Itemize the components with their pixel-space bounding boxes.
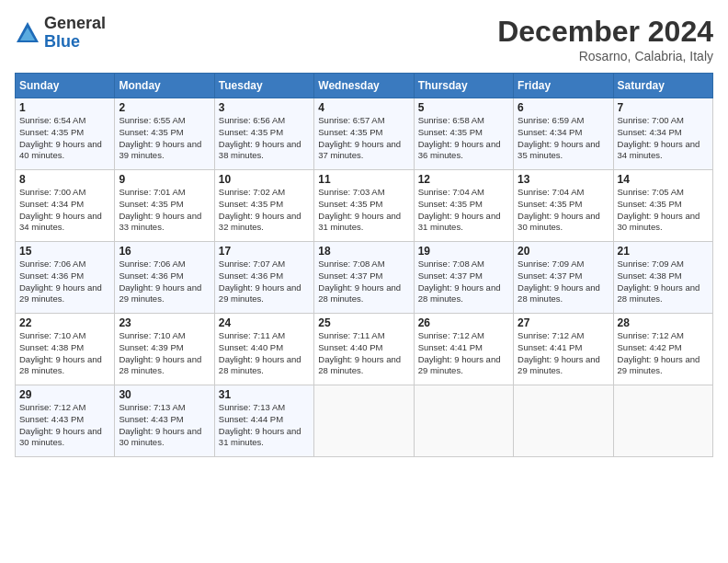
day-info: Sunrise: 7:00 AM Sunset: 4:34 PM Dayligh… [618,115,709,162]
day-info: Sunrise: 7:05 AM Sunset: 4:35 PM Dayligh… [618,187,709,234]
day-number: 9 [119,173,210,186]
day-number: 20 [518,245,609,258]
day-number: 3 [219,101,310,114]
logo-general-text: General [44,15,106,33]
logo-icon [15,20,40,46]
day-number: 7 [618,101,709,114]
day-number: 12 [418,173,509,186]
day-info: Sunrise: 7:00 AM Sunset: 4:34 PM Dayligh… [19,187,110,234]
day-cell: 9 Sunrise: 7:01 AM Sunset: 4:35 PM Dayli… [115,170,214,242]
day-number: 4 [318,101,409,114]
title-section: December 2024 Rosarno, Calabria, Italy [497,15,713,63]
day-cell [314,385,414,457]
day-info: Sunrise: 7:12 AM Sunset: 4:41 PM Dayligh… [518,330,609,377]
day-cell: 5 Sunrise: 6:58 AM Sunset: 4:35 PM Dayli… [414,98,513,170]
day-cell: 20 Sunrise: 7:09 AM Sunset: 4:37 PM Dayl… [514,242,613,314]
day-info: Sunrise: 7:06 AM Sunset: 4:36 PM Dayligh… [19,259,110,305]
logo-blue-text: Blue [44,33,106,52]
day-number: 17 [219,245,310,258]
day-info: Sunrise: 7:12 AM Sunset: 4:43 PM Dayligh… [19,402,110,449]
day-info: Sunrise: 6:57 AM Sunset: 4:35 PM Dayligh… [318,115,409,162]
day-info: Sunrise: 7:13 AM Sunset: 4:43 PM Dayligh… [119,402,210,449]
day-cell: 1 Sunrise: 6:54 AM Sunset: 4:35 PM Dayli… [16,98,115,170]
day-cell: 8 Sunrise: 7:00 AM Sunset: 4:34 PM Dayli… [16,170,115,242]
day-info: Sunrise: 7:13 AM Sunset: 4:44 PM Dayligh… [219,402,310,449]
day-number: 22 [19,316,110,329]
day-cell: 17 Sunrise: 7:07 AM Sunset: 4:36 PM Dayl… [214,242,313,314]
logo: General Blue [15,15,106,52]
weekday-thursday: Thursday [414,74,513,98]
day-info: Sunrise: 6:58 AM Sunset: 4:35 PM Dayligh… [418,115,509,162]
day-info: Sunrise: 7:09 AM Sunset: 4:37 PM Dayligh… [518,259,609,305]
weekday-saturday: Saturday [613,74,712,98]
day-info: Sunrise: 7:12 AM Sunset: 4:41 PM Dayligh… [418,330,509,377]
day-cell: 22 Sunrise: 7:10 AM Sunset: 4:38 PM Dayl… [16,314,115,385]
day-info: Sunrise: 7:06 AM Sunset: 4:36 PM Dayligh… [119,259,210,305]
month-title: December 2024 [497,15,713,49]
week-row-4: 22 Sunrise: 7:10 AM Sunset: 4:38 PM Dayl… [16,314,713,385]
day-number: 10 [219,173,310,186]
week-row-1: 1 Sunrise: 6:54 AM Sunset: 4:35 PM Dayli… [16,98,713,170]
day-info: Sunrise: 7:10 AM Sunset: 4:38 PM Dayligh… [19,330,110,377]
day-number: 19 [418,245,509,258]
day-number: 27 [518,316,609,329]
day-cell [514,385,613,457]
day-info: Sunrise: 7:04 AM Sunset: 4:35 PM Dayligh… [418,187,509,234]
day-number: 26 [418,316,509,329]
day-cell: 7 Sunrise: 7:00 AM Sunset: 4:34 PM Dayli… [613,98,712,170]
weekday-friday: Friday [514,74,613,98]
week-row-2: 8 Sunrise: 7:00 AM Sunset: 4:34 PM Dayli… [16,170,713,242]
day-cell: 12 Sunrise: 7:04 AM Sunset: 4:35 PM Dayl… [414,170,513,242]
day-number: 30 [119,388,210,401]
day-cell: 25 Sunrise: 7:11 AM Sunset: 4:40 PM Dayl… [314,314,414,385]
day-info: Sunrise: 7:10 AM Sunset: 4:39 PM Dayligh… [119,330,210,377]
day-cell: 27 Sunrise: 7:12 AM Sunset: 4:41 PM Dayl… [514,314,613,385]
day-number: 25 [318,316,409,329]
day-cell: 28 Sunrise: 7:12 AM Sunset: 4:42 PM Dayl… [613,314,712,385]
day-number: 15 [19,245,110,258]
day-cell: 24 Sunrise: 7:11 AM Sunset: 4:40 PM Dayl… [214,314,313,385]
day-cell: 21 Sunrise: 7:09 AM Sunset: 4:38 PM Dayl… [613,242,712,314]
day-info: Sunrise: 7:01 AM Sunset: 4:35 PM Dayligh… [119,187,210,234]
day-cell: 30 Sunrise: 7:13 AM Sunset: 4:43 PM Dayl… [115,385,214,457]
day-cell: 4 Sunrise: 6:57 AM Sunset: 4:35 PM Dayli… [314,98,414,170]
day-number: 1 [19,101,110,114]
day-cell [613,385,712,457]
day-info: Sunrise: 7:04 AM Sunset: 4:35 PM Dayligh… [518,187,609,234]
day-number: 5 [418,101,509,114]
day-number: 18 [318,245,409,258]
day-cell: 31 Sunrise: 7:13 AM Sunset: 4:44 PM Dayl… [214,385,313,457]
day-cell: 15 Sunrise: 7:06 AM Sunset: 4:36 PM Dayl… [16,242,115,314]
day-info: Sunrise: 7:08 AM Sunset: 4:37 PM Dayligh… [318,259,409,305]
day-cell: 16 Sunrise: 7:06 AM Sunset: 4:36 PM Dayl… [115,242,214,314]
day-info: Sunrise: 7:02 AM Sunset: 4:35 PM Dayligh… [219,187,310,234]
day-number: 11 [318,173,409,186]
calendar-table: SundayMondayTuesdayWednesdayThursdayFrid… [15,73,713,457]
day-info: Sunrise: 6:59 AM Sunset: 4:34 PM Dayligh… [518,115,609,162]
day-cell: 3 Sunrise: 6:56 AM Sunset: 4:35 PM Dayli… [214,98,313,170]
location: Rosarno, Calabria, Italy [497,49,713,63]
day-cell: 13 Sunrise: 7:04 AM Sunset: 4:35 PM Dayl… [514,170,613,242]
weekday-header-row: SundayMondayTuesdayWednesdayThursdayFrid… [16,74,713,98]
day-cell: 10 Sunrise: 7:02 AM Sunset: 4:35 PM Dayl… [214,170,313,242]
day-number: 31 [219,388,310,401]
day-info: Sunrise: 7:07 AM Sunset: 4:36 PM Dayligh… [219,259,310,305]
day-number: 13 [518,173,609,186]
day-number: 14 [618,173,709,186]
day-info: Sunrise: 6:56 AM Sunset: 4:35 PM Dayligh… [219,115,310,162]
weekday-sunday: Sunday [16,74,115,98]
logo-text: General Blue [44,15,106,52]
day-info: Sunrise: 7:12 AM Sunset: 4:42 PM Dayligh… [618,330,709,377]
day-cell: 19 Sunrise: 7:08 AM Sunset: 4:37 PM Dayl… [414,242,513,314]
day-info: Sunrise: 7:08 AM Sunset: 4:37 PM Dayligh… [418,259,509,305]
day-number: 21 [618,245,709,258]
day-info: Sunrise: 7:11 AM Sunset: 4:40 PM Dayligh… [318,330,409,377]
day-cell: 23 Sunrise: 7:10 AM Sunset: 4:39 PM Dayl… [115,314,214,385]
day-cell: 11 Sunrise: 7:03 AM Sunset: 4:35 PM Dayl… [314,170,414,242]
day-cell: 14 Sunrise: 7:05 AM Sunset: 4:35 PM Dayl… [613,170,712,242]
weekday-monday: Monday [115,74,214,98]
day-number: 6 [518,101,609,114]
day-cell [414,385,513,457]
day-cell: 6 Sunrise: 6:59 AM Sunset: 4:34 PM Dayli… [514,98,613,170]
weekday-wednesday: Wednesday [314,74,414,98]
